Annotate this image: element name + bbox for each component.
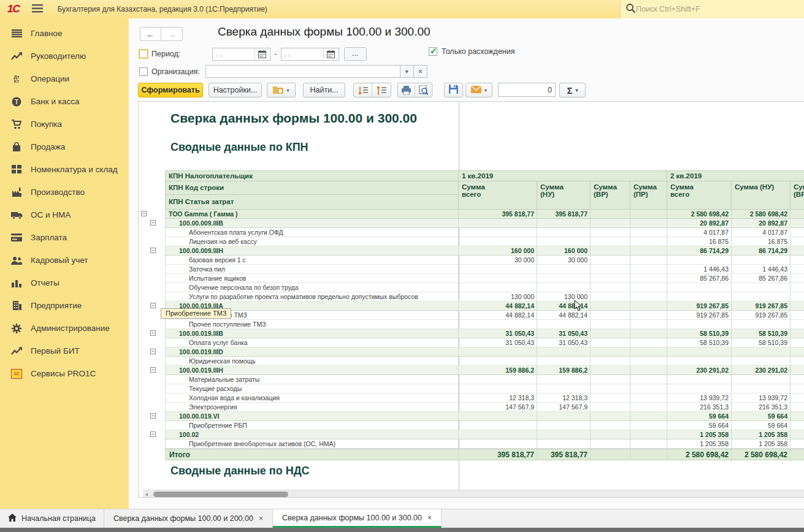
value-cell[interactable] <box>791 219 804 228</box>
value-cell[interactable] <box>791 393 804 403</box>
value-cell[interactable] <box>630 430 667 439</box>
value-cell[interactable] <box>630 412 667 421</box>
value-cell[interactable]: 395 818,77 <box>459 210 537 219</box>
value-cell[interactable]: 59 664 <box>667 412 732 421</box>
table-row[interactable]: Оплата услуг банка31 050,4331 050,4358 5… <box>139 338 804 348</box>
value-cell[interactable]: 4 017,87 <box>667 228 732 237</box>
table-row[interactable]: Текущие расходы <box>139 384 804 393</box>
search-input[interactable] <box>636 5 783 13</box>
organization-dropdown-icon[interactable]: ▾ <box>400 65 414 78</box>
value-cell[interactable] <box>630 210 667 219</box>
tab-home[interactable]: Начальная страница <box>0 509 104 528</box>
value-cell[interactable] <box>791 311 804 320</box>
value-cell[interactable] <box>591 246 630 256</box>
value-cell[interactable]: 919 267,85 <box>667 302 732 311</box>
value-cell[interactable] <box>591 274 630 283</box>
value-cell[interactable] <box>459 274 537 283</box>
report-variants-button[interactable]: ▾ <box>267 83 296 97</box>
value-cell[interactable] <box>791 348 804 357</box>
value-cell[interactable] <box>537 237 591 246</box>
value-cell[interactable] <box>591 302 630 311</box>
value-cell[interactable]: 20 892,87 <box>732 219 791 228</box>
value-cell[interactable] <box>630 348 667 357</box>
value-cell[interactable] <box>630 421 667 430</box>
value-cell[interactable] <box>732 320 791 329</box>
value-cell[interactable] <box>667 283 732 292</box>
horizontal-scrollbar[interactable] <box>143 490 804 498</box>
counter-field[interactable] <box>498 83 556 97</box>
value-cell[interactable]: 395 818,77 <box>459 449 537 460</box>
value-cell[interactable] <box>591 357 630 366</box>
value-cell[interactable]: 16 875 <box>667 237 732 246</box>
value-cell[interactable] <box>537 219 591 228</box>
value-cell[interactable] <box>630 246 667 256</box>
value-cell[interactable]: 31 050,43 <box>459 329 537 338</box>
value-cell[interactable] <box>537 412 591 421</box>
close-icon[interactable]: × <box>259 514 263 523</box>
value-cell[interactable] <box>537 384 591 393</box>
table-row[interactable]: Холодная вода и канализация12 318,312 31… <box>139 393 804 403</box>
value-cell[interactable] <box>537 348 591 357</box>
table-row[interactable]: Заточка пил1 446,431 446,43 <box>139 265 804 274</box>
value-cell[interactable] <box>732 357 791 366</box>
table-row[interactable]: −100.00.019.IIID <box>139 348 804 357</box>
sidebar-item-administrirovanie[interactable]: Администрирование <box>0 317 129 340</box>
value-cell[interactable] <box>667 384 732 393</box>
value-cell[interactable] <box>630 393 667 403</box>
value-cell[interactable] <box>537 320 591 329</box>
value-cell[interactable]: 160 000 <box>537 246 591 256</box>
value-cell[interactable] <box>791 302 804 311</box>
collapse-expander-icon[interactable]: − <box>150 220 156 226</box>
value-cell[interactable] <box>591 449 630 460</box>
value-cell[interactable]: 59 664 <box>732 421 791 430</box>
value-cell[interactable] <box>791 366 804 375</box>
only-differences-checkbox[interactable] <box>429 47 437 56</box>
value-cell[interactable] <box>732 256 791 265</box>
expand-groups-icon[interactable] <box>372 83 391 97</box>
value-cell[interactable] <box>791 421 804 430</box>
settings-button[interactable]: Настройки... <box>209 83 262 97</box>
value-cell[interactable] <box>667 320 732 329</box>
table-row[interactable]: −100.00.019.IIIA44 882,1444 882,14919 26… <box>139 302 804 311</box>
value-cell[interactable] <box>791 265 804 274</box>
value-cell[interactable] <box>459 228 537 237</box>
value-cell[interactable]: 86 714,29 <box>667 246 732 256</box>
value-cell[interactable] <box>537 357 591 366</box>
value-cell[interactable]: 395 818,77 <box>537 210 591 219</box>
collapse-expander-icon[interactable]: − <box>150 303 156 308</box>
value-cell[interactable] <box>630 256 667 265</box>
value-cell[interactable] <box>630 357 667 366</box>
value-cell[interactable] <box>591 348 630 357</box>
sidebar-item-pervyj-bit[interactable]: Первый БИТ <box>0 340 129 362</box>
value-cell[interactable] <box>667 348 732 357</box>
value-cell[interactable] <box>791 256 804 265</box>
table-row[interactable]: Приобретение РБП59 66459 664 <box>139 421 804 430</box>
value-cell[interactable] <box>591 329 630 338</box>
sidebar-item-proizvodstvo[interactable]: Производство <box>0 181 129 203</box>
value-cell[interactable] <box>591 403 630 412</box>
value-cell[interactable] <box>791 338 804 348</box>
value-cell[interactable] <box>791 228 804 237</box>
value-cell[interactable] <box>459 412 537 421</box>
value-cell[interactable] <box>459 237 537 246</box>
sidebar-item-pokupka[interactable]: Покупка <box>0 113 129 135</box>
table-row[interactable]: Материальные затраты <box>139 375 804 384</box>
tab-form-100-300[interactable]: Сверка данных формы 100.00 и 300.00 × <box>273 509 442 528</box>
value-cell[interactable] <box>791 292 804 302</box>
value-cell[interactable] <box>630 228 667 237</box>
value-cell[interactable]: 1 205 358 <box>732 430 791 439</box>
total-row[interactable]: Итого395 818,77395 818,772 580 698,422 5… <box>139 449 804 460</box>
value-cell[interactable] <box>791 430 804 439</box>
value-cell[interactable]: 1 205 358 <box>667 439 732 449</box>
value-cell[interactable] <box>591 393 630 403</box>
value-cell[interactable]: 395 818,77 <box>537 449 591 460</box>
value-cell[interactable] <box>591 283 630 292</box>
value-cell[interactable]: 13 939,72 <box>667 393 732 403</box>
organization-field[interactable] <box>205 65 400 78</box>
table-row[interactable]: Приобретение ТМЗ44 882,1444 882,14919 26… <box>139 311 804 320</box>
value-cell[interactable] <box>537 375 591 384</box>
report-spreadsheet[interactable]: Сверка данных формы 100.00 и 300.00 Свод… <box>138 101 804 498</box>
value-cell[interactable] <box>791 210 804 219</box>
value-cell[interactable] <box>591 439 630 449</box>
mail-button[interactable]: ▾ <box>465 83 492 97</box>
